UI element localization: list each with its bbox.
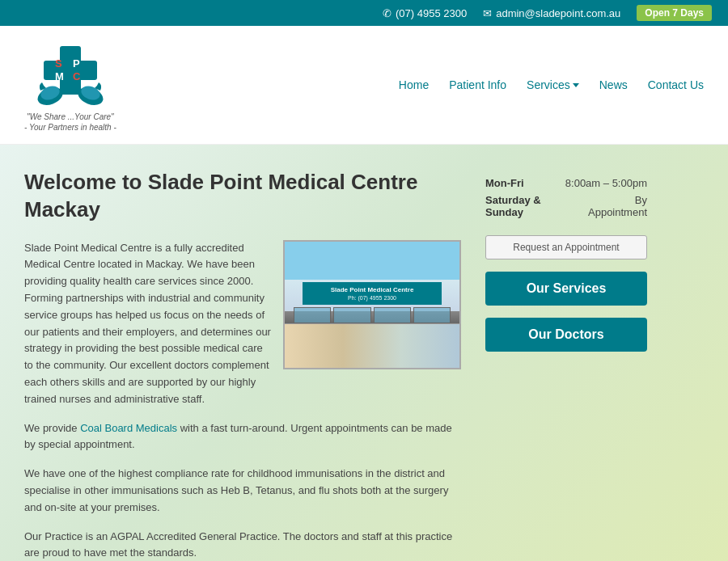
nav-patient-info[interactable]: Patient Info [449, 78, 506, 91]
hours-section: Mon-Fri 8:00am – 5:00pm Saturday & Sunda… [485, 177, 647, 223]
clinic-banner [285, 323, 459, 368]
phone-icon: ✆ [383, 7, 392, 19]
main-content-area: Welcome to Slade Point Medical Centre Ma… [0, 145, 728, 561]
phone-contact: ✆ (07) 4955 2300 [383, 7, 467, 19]
clinic-window-4 [413, 307, 451, 323]
hours-value-weekday: 8:00am – 5:00pm [565, 177, 647, 189]
hours-value-weekend: By Appointment [577, 194, 647, 218]
logo-tagline-main: "We Share ...Your Care" [27, 112, 114, 121]
main-nav: Home Patient Info Services News Contact … [399, 78, 704, 91]
email-icon: ✉ [483, 7, 492, 19]
nav-home[interactable]: Home [399, 78, 429, 91]
content-left: Welcome to Slade Point Medical Centre Ma… [24, 169, 461, 561]
clinic-image-wrapper: Slade Point Medical Centre Ph: (07) 4955… [283, 240, 461, 369]
logo-area: S P M C "We Share ...Your Care" - Your P… [24, 38, 116, 132]
coal-board-link[interactable]: Coal Board Medicals [80, 422, 177, 434]
header: S P M C "We Share ...Your Care" - Your P… [0, 26, 728, 145]
our-doctors-button[interactable]: Our Doctors [485, 318, 647, 352]
nav-contact[interactable]: Contact Us [648, 78, 704, 91]
phone-number: (07) 4955 2300 [396, 7, 467, 19]
clinic-sign: Slade Point Medical Centre Ph: (07) 4955… [303, 282, 442, 306]
nav-news[interactable]: News [599, 78, 628, 91]
body-paragraph-3: We have one of the highest compliance ra… [24, 466, 461, 516]
content-right: Mon-Fri 8:00am – 5:00pm Saturday & Sunda… [485, 169, 647, 561]
top-bar: ✆ (07) 4955 2300 ✉ admin@sladepoint.com.… [0, 0, 728, 26]
email-contact: ✉ admin@sladepoint.com.au [483, 7, 620, 19]
open-badge: Open 7 Days [637, 5, 712, 21]
svg-text:P: P [73, 57, 80, 70]
our-services-button[interactable]: Our Services [485, 272, 647, 306]
clinic-banners [285, 323, 459, 368]
clinic-building: Slade Point Medical Centre Ph: (07) 4955… [285, 242, 459, 368]
clinic-windows [294, 307, 451, 323]
svg-text:M: M [55, 70, 64, 82]
hours-row-weekend: Saturday & Sunday By Appointment [485, 194, 647, 218]
email-address: admin@sladepoint.com.au [496, 7, 620, 19]
clinic-window-1 [294, 307, 331, 323]
clinic-window-3 [374, 307, 411, 323]
svg-rect-1 [44, 61, 97, 80]
request-appointment-button[interactable]: Request an Appointment [485, 235, 647, 259]
body-paragraph-4: Our Practice is an AGPAL Accredited Gene… [24, 529, 461, 561]
clinic-image: Slade Point Medical Centre Ph: (07) 4955… [283, 240, 461, 369]
logo-image: S P M C [26, 38, 115, 111]
hours-row-weekday: Mon-Fri 8:00am – 5:00pm [485, 177, 647, 189]
clinic-sign-line2: Ph: (07) 4955 2300 [305, 294, 440, 302]
body-paragraph-2: We provide Coal Board Medicals with a fa… [24, 420, 461, 454]
page-title: Welcome to Slade Point Medical Centre Ma… [24, 169, 461, 224]
body2-before: We provide [24, 422, 80, 434]
clinic-window-2 [333, 307, 370, 323]
clinic-sign-line1: Slade Point Medical Centre [305, 285, 440, 294]
logo-tagline-sub: - Your Partners in health - [24, 123, 116, 132]
chevron-down-icon [573, 83, 579, 87]
nav-services[interactable]: Services [527, 78, 579, 91]
svg-text:S: S [55, 57, 62, 70]
svg-text:C: C [73, 70, 81, 82]
hours-label-weekend: Saturday & Sunday [485, 194, 577, 218]
hours-label-weekday: Mon-Fri [485, 177, 524, 189]
